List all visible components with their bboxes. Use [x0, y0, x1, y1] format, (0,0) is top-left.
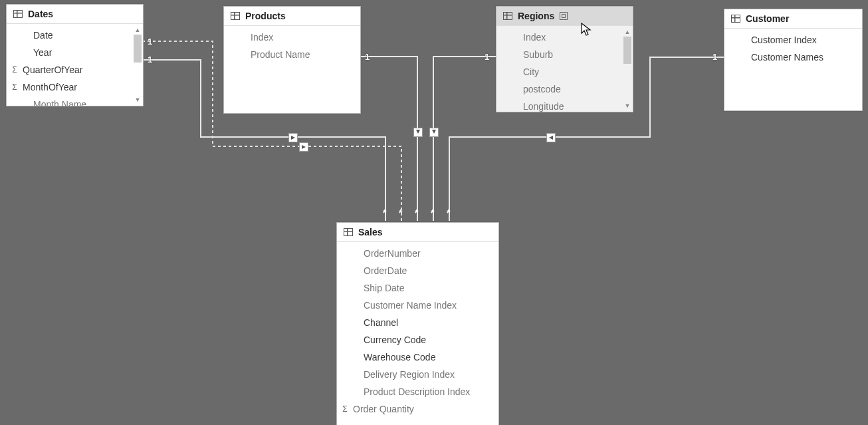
table-icon — [731, 15, 740, 23]
table-icon — [503, 12, 512, 20]
table-header[interactable]: Customer — [724, 9, 862, 29]
field-name: Date — [20, 30, 53, 41]
field-name: Customer Names — [738, 52, 823, 63]
cardinality-one: 1 — [485, 52, 489, 62]
scroll-up[interactable]: ▲ — [133, 25, 142, 35]
field-row[interactable]: Index — [224, 29, 360, 46]
sigma-icon: Σ — [340, 404, 350, 414]
field-row[interactable]: Ship Date — [337, 279, 498, 297]
field-name: OrderNumber — [350, 248, 421, 259]
field-name: Product Name — [237, 49, 310, 60]
field-row[interactable]: Customer Names — [724, 49, 862, 66]
field-row[interactable]: Month Name — [7, 96, 143, 106]
model-canvas[interactable]: { "tables": { "dates": { "title": "Dates… — [0, 0, 868, 425]
field-row[interactable]: Suburb — [496, 46, 633, 63]
cardinality-one: 1 — [148, 37, 152, 47]
table-header[interactable]: Products — [224, 7, 360, 26]
cardinality-many: * — [415, 208, 418, 218]
field-row[interactable]: Year — [7, 44, 143, 61]
svg-marker-1 — [302, 145, 306, 149]
field-name: Index — [237, 32, 273, 43]
field-name: Delivery Region Index — [350, 369, 455, 380]
scroll-thumb[interactable] — [623, 37, 631, 64]
cardinality-many: * — [447, 208, 450, 218]
svg-marker-4 — [549, 136, 553, 140]
field-name: OrderDate — [350, 265, 407, 276]
filter-direction-marker[interactable] — [413, 128, 423, 137]
scroll-up[interactable]: ▲ — [623, 27, 632, 37]
field-row[interactable]: Product Name — [224, 46, 360, 63]
field-row[interactable]: Index — [496, 29, 633, 46]
field-row[interactable]: Warehouse Code — [337, 349, 498, 366]
filter-direction-marker[interactable] — [429, 128, 439, 137]
table-products[interactable]: Products IndexProduct Name — [223, 6, 361, 114]
table-icon — [344, 228, 353, 236]
table-icon — [231, 12, 240, 20]
field-list: OrderNumberOrderDateShip DateCustomer Na… — [337, 242, 498, 422]
field-name: QuarterOfYear — [20, 65, 83, 75]
cardinality-many: * — [431, 208, 434, 218]
field-name: Ship Date — [350, 283, 404, 293]
filter-direction-marker[interactable] — [288, 133, 298, 142]
table-regions[interactable]: Regions IndexSuburbCitypostcodeLongitude… — [496, 6, 633, 112]
svg-marker-0 — [291, 136, 295, 140]
field-name: Index — [510, 32, 546, 43]
field-name: Suburb — [510, 49, 553, 60]
field-row[interactable]: Currency Code — [337, 331, 498, 349]
sigma-icon: Σ — [9, 65, 20, 74]
cardinality-one: 1 — [148, 55, 152, 65]
svg-marker-3 — [432, 130, 436, 134]
cardinality-many: * — [383, 208, 386, 218]
table-dates[interactable]: Dates DateYearΣQuarterOfYearΣMonthOfYear… — [6, 4, 144, 106]
field-row[interactable]: Product Description Index — [337, 383, 498, 400]
field-row[interactable]: OrderNumber — [337, 245, 498, 262]
table-icon — [13, 10, 23, 18]
table-title: Dates — [28, 9, 53, 19]
field-list: IndexProduct Name — [224, 26, 360, 67]
field-row[interactable]: Customer Index — [724, 31, 862, 49]
field-row[interactable]: postcode — [496, 80, 633, 98]
field-row[interactable]: OrderDate — [337, 262, 498, 279]
field-name: MonthOfYear — [20, 82, 77, 92]
table-header[interactable]: Sales — [337, 223, 498, 242]
scrollbar[interactable]: ▲ ▼ — [133, 25, 142, 104]
field-list: Customer IndexCustomer Names — [724, 29, 862, 70]
filter-direction-marker[interactable] — [299, 142, 308, 152]
table-title: Customer — [746, 13, 789, 24]
scrollbar[interactable]: ▲ ▼ — [623, 27, 632, 110]
field-name: Product Description Index — [350, 386, 470, 397]
dimension-role-icon — [560, 12, 568, 20]
cardinality-one: 1 — [365, 52, 370, 62]
table-header[interactable]: Regions — [496, 7, 633, 26]
field-list: IndexSuburbCitypostcodeLongitude — [496, 26, 633, 112]
table-sales[interactable]: Sales OrderNumberOrderDateShip DateCusto… — [336, 222, 499, 425]
field-row[interactable]: ΣOrder Quantity — [337, 400, 498, 418]
field-name: Channel — [350, 317, 398, 328]
field-row[interactable]: Customer Name Index — [337, 297, 498, 314]
field-name: Month Name — [20, 99, 86, 106]
cardinality-one: 1 — [712, 52, 717, 62]
field-row[interactable]: ΣQuarterOfYear — [7, 61, 143, 78]
field-row[interactable]: Channel — [337, 314, 498, 331]
filter-direction-marker[interactable] — [546, 133, 556, 142]
scroll-thumb[interactable] — [134, 35, 142, 63]
field-row[interactable]: ΣMonthOfYear — [7, 78, 143, 96]
table-header[interactable]: Dates — [7, 5, 143, 24]
field-list: DateYearΣQuarterOfYearΣMonthOfYearMonth … — [7, 24, 143, 106]
field-row[interactable]: City — [496, 63, 633, 80]
field-row[interactable]: Delivery Region Index — [337, 366, 498, 383]
cardinality-many: * — [399, 208, 402, 218]
table-title: Products — [245, 11, 286, 21]
table-customer[interactable]: Customer Customer IndexCustomer Names — [724, 9, 863, 111]
field-name: City — [510, 67, 539, 77]
field-row[interactable]: Longitude — [496, 98, 633, 112]
field-name: Customer Index — [738, 35, 817, 45]
field-name: Year — [20, 47, 52, 58]
field-name: Currency Code — [350, 335, 426, 345]
scroll-down[interactable]: ▼ — [623, 101, 632, 110]
field-name: Order Quantity — [350, 404, 414, 414]
scroll-down[interactable]: ▼ — [133, 95, 142, 104]
table-title: Regions — [518, 11, 554, 21]
field-row[interactable]: Date — [7, 27, 143, 44]
field-name: postcode — [510, 84, 561, 94]
